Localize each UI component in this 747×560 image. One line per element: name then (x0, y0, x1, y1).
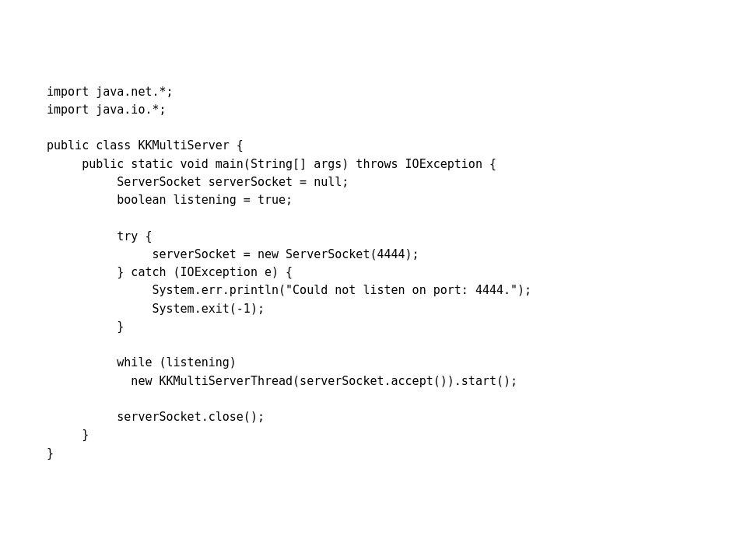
code-content: import java.net.*; import java.io.*; pub… (47, 83, 700, 463)
code-editor: import java.net.*; import java.io.*; pub… (0, 0, 747, 527)
